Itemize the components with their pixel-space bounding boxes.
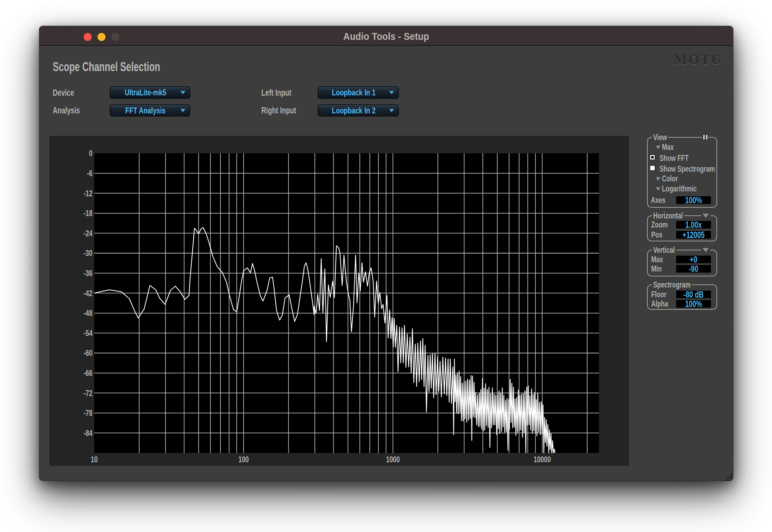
- svg-text:1000: 1000: [386, 455, 400, 464]
- svg-text:-78: -78: [84, 409, 93, 418]
- svg-text:-84: -84: [84, 428, 93, 438]
- svg-text:10: 10: [91, 455, 98, 464]
- svg-text:-30: -30: [84, 249, 93, 258]
- svg-text:-18: -18: [84, 209, 93, 218]
- svg-text:-48: -48: [84, 309, 93, 318]
- svg-text:-42: -42: [84, 289, 93, 298]
- svg-text:10000: 10000: [534, 455, 551, 464]
- svg-text:-6: -6: [87, 169, 93, 178]
- svg-text:-72: -72: [84, 388, 93, 398]
- svg-text:-60: -60: [84, 349, 93, 358]
- svg-text:0: 0: [89, 149, 93, 158]
- svg-text:-54: -54: [84, 328, 93, 338]
- svg-text:-66: -66: [84, 368, 93, 378]
- svg-text:100: 100: [238, 455, 249, 464]
- svg-text:-12: -12: [84, 189, 93, 198]
- svg-text:-36: -36: [84, 268, 93, 278]
- svg-text:-24: -24: [84, 229, 93, 238]
